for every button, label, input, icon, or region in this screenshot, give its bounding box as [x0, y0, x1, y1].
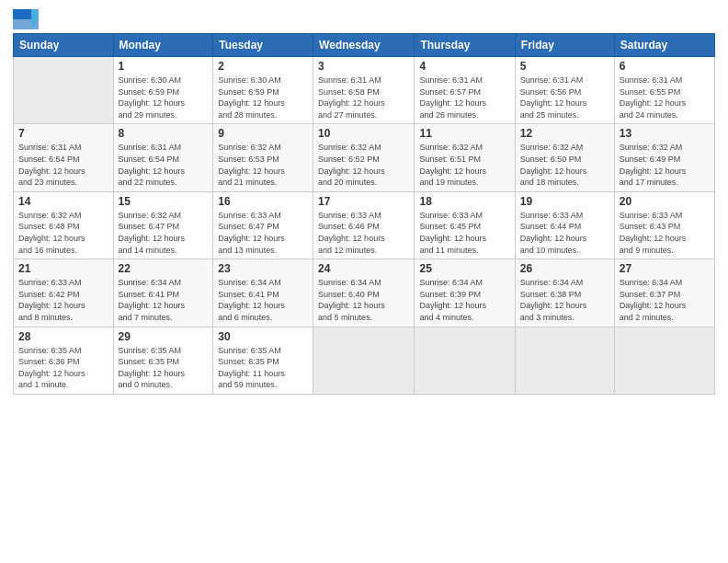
table-row: 17Sunrise: 6:33 AM Sunset: 6:46 PM Dayli… — [313, 191, 415, 259]
day-info: Sunrise: 6:35 AM Sunset: 6:35 PM Dayligh… — [218, 345, 308, 391]
day-info: Sunrise: 6:33 AM Sunset: 6:43 PM Dayligh… — [620, 210, 710, 256]
day-info: Sunrise: 6:31 AM Sunset: 6:55 PM Dayligh… — [620, 75, 710, 121]
day-info: Sunrise: 6:30 AM Sunset: 6:59 PM Dayligh… — [119, 75, 209, 121]
day-info: Sunrise: 6:30 AM Sunset: 6:59 PM Dayligh… — [218, 75, 308, 121]
table-row: 23Sunrise: 6:34 AM Sunset: 6:41 PM Dayli… — [213, 259, 313, 327]
table-row: 16Sunrise: 6:33 AM Sunset: 6:47 PM Dayli… — [213, 191, 313, 259]
table-row: 28Sunrise: 6:35 AM Sunset: 6:36 PM Dayli… — [14, 327, 114, 394]
day-number: 27 — [620, 262, 710, 275]
table-row: 14Sunrise: 6:32 AM Sunset: 6:48 PM Dayli… — [14, 191, 114, 259]
day-info: Sunrise: 6:32 AM Sunset: 6:49 PM Dayligh… — [620, 142, 710, 188]
day-info: Sunrise: 6:32 AM Sunset: 6:47 PM Dayligh… — [119, 210, 209, 256]
table-row: 26Sunrise: 6:34 AM Sunset: 6:38 PM Dayli… — [515, 259, 614, 327]
table-row — [515, 327, 614, 394]
day-info: Sunrise: 6:32 AM Sunset: 6:51 PM Dayligh… — [419, 142, 509, 188]
col-sunday: Sunday — [14, 34, 114, 57]
day-number: 8 — [119, 127, 209, 140]
col-saturday: Saturday — [614, 34, 714, 57]
table-row: 1Sunrise: 6:30 AM Sunset: 6:59 PM Daylig… — [113, 57, 213, 124]
day-number: 28 — [18, 330, 108, 343]
day-number: 26 — [520, 262, 609, 275]
table-row — [313, 327, 415, 394]
day-info: Sunrise: 6:31 AM Sunset: 6:58 PM Dayligh… — [318, 75, 409, 121]
day-info: Sunrise: 6:32 AM Sunset: 6:53 PM Dayligh… — [218, 142, 308, 188]
day-info: Sunrise: 6:32 AM Sunset: 6:52 PM Dayligh… — [318, 142, 409, 188]
col-monday: Monday — [113, 34, 213, 57]
day-number: 11 — [419, 127, 509, 140]
week-row-5: 28Sunrise: 6:35 AM Sunset: 6:36 PM Dayli… — [14, 327, 715, 394]
day-info: Sunrise: 6:34 AM Sunset: 6:41 PM Dayligh… — [119, 277, 209, 323]
day-number: 24 — [318, 262, 409, 275]
col-friday: Friday — [515, 34, 614, 57]
day-number: 5 — [520, 60, 609, 73]
day-info: Sunrise: 6:34 AM Sunset: 6:41 PM Dayligh… — [218, 277, 308, 323]
header — [13, 9, 715, 29]
day-number: 2 — [218, 60, 308, 73]
table-row — [14, 57, 114, 124]
logo — [13, 9, 40, 29]
day-number: 21 — [18, 262, 108, 275]
table-row: 15Sunrise: 6:32 AM Sunset: 6:47 PM Dayli… — [113, 191, 213, 259]
table-row: 29Sunrise: 6:35 AM Sunset: 6:35 PM Dayli… — [113, 327, 213, 394]
day-number: 1 — [119, 60, 209, 73]
day-number: 19 — [520, 195, 609, 208]
col-wednesday: Wednesday — [313, 34, 415, 57]
day-number: 18 — [419, 195, 509, 208]
day-number: 16 — [218, 195, 308, 208]
table-row: 12Sunrise: 6:32 AM Sunset: 6:50 PM Dayli… — [515, 124, 614, 191]
day-number: 17 — [318, 195, 409, 208]
day-info: Sunrise: 6:33 AM Sunset: 6:44 PM Dayligh… — [520, 210, 609, 256]
day-info: Sunrise: 6:34 AM Sunset: 6:39 PM Dayligh… — [419, 277, 509, 323]
table-row — [415, 327, 515, 394]
day-info: Sunrise: 6:31 AM Sunset: 6:57 PM Dayligh… — [419, 75, 509, 121]
week-row-3: 14Sunrise: 6:32 AM Sunset: 6:48 PM Dayli… — [14, 191, 715, 259]
day-info: Sunrise: 6:32 AM Sunset: 6:48 PM Dayligh… — [18, 210, 108, 256]
table-row: 18Sunrise: 6:33 AM Sunset: 6:45 PM Dayli… — [415, 191, 515, 259]
week-row-2: 7Sunrise: 6:31 AM Sunset: 6:54 PM Daylig… — [14, 124, 715, 191]
day-info: Sunrise: 6:33 AM Sunset: 6:47 PM Dayligh… — [218, 210, 308, 256]
day-number: 25 — [419, 262, 509, 275]
day-number: 4 — [419, 60, 509, 73]
table-row: 2Sunrise: 6:30 AM Sunset: 6:59 PM Daylig… — [213, 57, 313, 124]
day-number: 6 — [620, 60, 710, 73]
day-number: 3 — [318, 60, 409, 73]
day-info: Sunrise: 6:34 AM Sunset: 6:37 PM Dayligh… — [620, 277, 710, 323]
day-number: 12 — [520, 127, 609, 140]
table-row: 24Sunrise: 6:34 AM Sunset: 6:40 PM Dayli… — [313, 259, 415, 327]
day-number: 20 — [620, 195, 710, 208]
day-number: 7 — [18, 127, 108, 140]
day-number: 23 — [218, 262, 308, 275]
table-row: 19Sunrise: 6:33 AM Sunset: 6:44 PM Dayli… — [515, 191, 614, 259]
table-row: 21Sunrise: 6:33 AM Sunset: 6:42 PM Dayli… — [14, 259, 114, 327]
logo-icon — [13, 9, 39, 29]
day-info: Sunrise: 6:32 AM Sunset: 6:50 PM Dayligh… — [520, 142, 609, 188]
day-info: Sunrise: 6:31 AM Sunset: 6:56 PM Dayligh… — [520, 75, 609, 121]
day-info: Sunrise: 6:34 AM Sunset: 6:40 PM Dayligh… — [318, 277, 409, 323]
day-number: 30 — [218, 330, 308, 343]
day-info: Sunrise: 6:31 AM Sunset: 6:54 PM Dayligh… — [119, 142, 209, 188]
table-row: 13Sunrise: 6:32 AM Sunset: 6:49 PM Dayli… — [614, 124, 714, 191]
table-row: 27Sunrise: 6:34 AM Sunset: 6:37 PM Dayli… — [614, 259, 714, 327]
table-row: 3Sunrise: 6:31 AM Sunset: 6:58 PM Daylig… — [313, 57, 415, 124]
day-number: 22 — [119, 262, 209, 275]
col-thursday: Thursday — [415, 34, 515, 57]
table-row: 30Sunrise: 6:35 AM Sunset: 6:35 PM Dayli… — [213, 327, 313, 394]
col-tuesday: Tuesday — [213, 34, 313, 57]
day-number: 9 — [218, 127, 308, 140]
day-number: 14 — [18, 195, 108, 208]
table-row — [614, 327, 714, 394]
table-row: 7Sunrise: 6:31 AM Sunset: 6:54 PM Daylig… — [14, 124, 114, 191]
table-row: 22Sunrise: 6:34 AM Sunset: 6:41 PM Dayli… — [113, 259, 213, 327]
day-info: Sunrise: 6:33 AM Sunset: 6:45 PM Dayligh… — [419, 210, 509, 256]
table-row: 8Sunrise: 6:31 AM Sunset: 6:54 PM Daylig… — [113, 124, 213, 191]
day-info: Sunrise: 6:33 AM Sunset: 6:42 PM Dayligh… — [18, 277, 108, 323]
day-info: Sunrise: 6:35 AM Sunset: 6:36 PM Dayligh… — [18, 345, 108, 391]
week-row-1: 1Sunrise: 6:30 AM Sunset: 6:59 PM Daylig… — [14, 57, 715, 124]
calendar-table: Sunday Monday Tuesday Wednesday Thursday… — [13, 33, 715, 395]
table-row: 25Sunrise: 6:34 AM Sunset: 6:39 PM Dayli… — [415, 259, 515, 327]
header-row: Sunday Monday Tuesday Wednesday Thursday… — [14, 34, 715, 57]
table-row: 10Sunrise: 6:32 AM Sunset: 6:52 PM Dayli… — [313, 124, 415, 191]
table-row: 11Sunrise: 6:32 AM Sunset: 6:51 PM Dayli… — [415, 124, 515, 191]
table-row: 9Sunrise: 6:32 AM Sunset: 6:53 PM Daylig… — [213, 124, 313, 191]
day-number: 15 — [119, 195, 209, 208]
